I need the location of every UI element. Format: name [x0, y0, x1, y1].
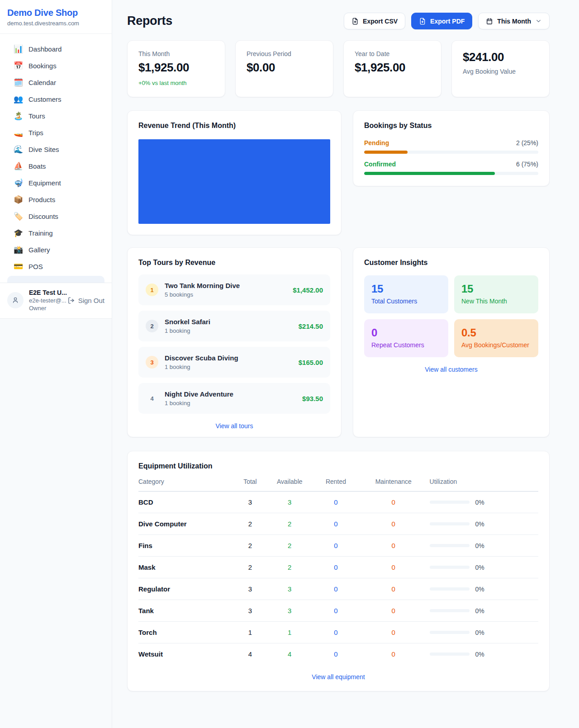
insight-label: Avg Bookings/Customer [461, 341, 531, 349]
insight-label: New This Month [461, 298, 531, 305]
sidebar-item-label: Calendar [28, 79, 56, 86]
table-row: Mask 2 2 0 0 0% [138, 557, 538, 578]
rank-badge: 2 [146, 320, 158, 332]
sidebar-item-training[interactable]: 🎓 Training [4, 225, 108, 241]
sidebar-item-pos[interactable]: 💳 POS [4, 258, 108, 275]
sidebar-item-discounts[interactable]: 🏷️ Discounts [4, 208, 108, 225]
progress-fill [364, 151, 408, 154]
cell-rented: 0 [314, 563, 357, 571]
cell-utilization: 0% [430, 607, 538, 615]
sidebar-item-customers[interactable]: 👥 Customers [4, 91, 108, 108]
utilization-label: 0% [475, 564, 484, 571]
export-csv-button[interactable]: Export CSV [344, 13, 405, 29]
cell-total: 2 [236, 563, 265, 571]
cell-available: 2 [265, 520, 314, 528]
sidebar-item-tours[interactable]: 🏝️ Tours [4, 108, 108, 124]
cell-available: 2 [265, 563, 314, 571]
progress-fill [364, 172, 495, 175]
utilization-label: 0% [475, 586, 484, 593]
tour-list-item[interactable]: 2 Snorkel Safari 1 booking $214.50 [138, 311, 330, 341]
export-pdf-button[interactable]: Export PDF [411, 13, 472, 29]
cell-category: Wetsuit [138, 650, 236, 658]
chevron-down-icon [535, 18, 542, 24]
tour-bookings: 5 bookings [165, 291, 240, 298]
column-header-utilization: Utilization [430, 478, 538, 485]
utilization-label: 0% [475, 542, 484, 549]
sidebar-item-bookings[interactable]: 📅 Bookings [4, 57, 108, 74]
tour-list-item[interactable]: 3 Discover Scuba Diving 1 booking $165.0… [138, 347, 330, 378]
tour-name: Discover Scuba Diving [165, 354, 238, 362]
status-count: 6 (75%) [516, 161, 538, 168]
sidebar-item-label: Trips [28, 129, 43, 137]
sidebar-item-products[interactable]: 📦 Products [4, 191, 108, 208]
user-email: e2e-tester@... [29, 297, 62, 304]
sidebar-item-equipment[interactable]: 🤿 Equipment [4, 175, 108, 191]
sidebar-item-gallery[interactable]: 📸 Gallery [4, 241, 108, 258]
sidebar-item-dive-sites[interactable]: 🌊 Dive Sites [4, 141, 108, 158]
insight-value: 0.5 [461, 326, 531, 339]
view-all-equipment-link[interactable]: View all equipment [312, 673, 365, 681]
tour-revenue: $93.50 [302, 395, 323, 402]
cell-utilization: 0% [430, 629, 538, 636]
status-row-confirmed: Confirmed 6 (75%) [364, 161, 538, 175]
cell-available: 3 [265, 498, 314, 506]
status-rows: Pending 2 (25%) Confirmed 6 (75%) [364, 139, 538, 175]
table-row: Dive Computer 2 2 0 0 0% [138, 513, 538, 535]
tour-list-item[interactable]: 1 Two Tank Morning Dive 5 bookings $1,45… [138, 274, 330, 305]
utilization-track [430, 501, 470, 504]
dashboard-icon: 📊 [14, 45, 23, 53]
cell-category: BCD [138, 498, 236, 506]
equipment-utilization-card: Equipment Utilization Category Total Ava… [127, 451, 550, 691]
sign-out-button[interactable]: Sign Out [67, 297, 104, 304]
insight-tile-total-customers: 15 Total Customers [364, 275, 448, 313]
avatar [7, 292, 24, 308]
customer-insights-title: Customer Insights [364, 259, 538, 267]
tour-list-item[interactable]: 4 Night Dive Adventure 1 booking $93.50 [138, 383, 330, 414]
period-dropdown[interactable]: This Month [478, 13, 550, 29]
cell-rented: 0 [314, 629, 357, 636]
sign-out-icon [67, 297, 75, 304]
cell-rented: 0 [314, 520, 357, 528]
sidebar-item-trips[interactable]: 🚤 Trips [4, 124, 108, 141]
view-all-customers-link[interactable]: View all customers [425, 366, 477, 373]
progress-track [364, 172, 538, 175]
middle-row: Top Tours by Revenue 1 Two Tank Morning … [127, 247, 550, 437]
column-header-available: Available [265, 478, 314, 485]
sidebar-item-dashboard[interactable]: 📊 Dashboard [4, 41, 108, 57]
cell-rented: 0 [314, 650, 357, 658]
utilization-track [430, 522, 470, 525]
header-actions: Export CSV Export PDF This Month [344, 13, 550, 29]
tour-bookings: 1 booking [165, 327, 210, 334]
revenue-trend-title: Revenue Trend (This Month) [138, 122, 330, 130]
status-row-pending: Pending 2 (25%) [364, 139, 538, 154]
sidebar-item-boats[interactable]: ⛵ Boats [4, 158, 108, 175]
user-section: E2E Test U... e2e-tester@... Owner Sign … [0, 283, 112, 318]
period-label: This Month [497, 18, 531, 25]
calendar-icon [486, 18, 493, 25]
file-export-icon [351, 18, 359, 25]
customers-icon: 👥 [14, 95, 23, 103]
stat-label: Avg Booking Value [463, 68, 538, 75]
page-header: Reports Export CSV Export PDF [127, 13, 550, 29]
bookings-icon: 📅 [14, 62, 23, 70]
sidebar-item-reports-partial[interactable] [7, 276, 104, 283]
customer-insights-card: Customer Insights 15 Total Customers 15 … [353, 247, 550, 437]
sidebar-item-label: Discounts [28, 213, 58, 220]
file-export-icon [419, 18, 426, 25]
view-all-tours-link[interactable]: View all tours [215, 422, 253, 430]
sidebar-item-label: Tours [28, 112, 45, 120]
brand-block: Demo Dive Shop demo.test.divestreams.com [0, 0, 112, 34]
dive-sites-icon: 🌊 [14, 146, 23, 153]
sidebar-item-calendar[interactable]: 🗓️ Calendar [4, 74, 108, 91]
cell-maintenance: 0 [357, 607, 430, 615]
sidebar-item-label: POS [28, 263, 43, 270]
export-pdf-label: Export PDF [430, 18, 465, 25]
insight-tile-repeat-customers: 0 Repeat Customers [364, 319, 448, 357]
cell-utilization: 0% [430, 499, 538, 506]
column-header-maintenance: Maintenance [357, 478, 430, 485]
sidebar-item-label: Gallery [28, 246, 50, 254]
insight-value: 15 [371, 283, 441, 295]
table-row: Torch 1 1 0 0 0% [138, 622, 538, 643]
brand-name: Demo Dive Shop [7, 8, 104, 18]
cell-utilization: 0% [430, 520, 538, 528]
